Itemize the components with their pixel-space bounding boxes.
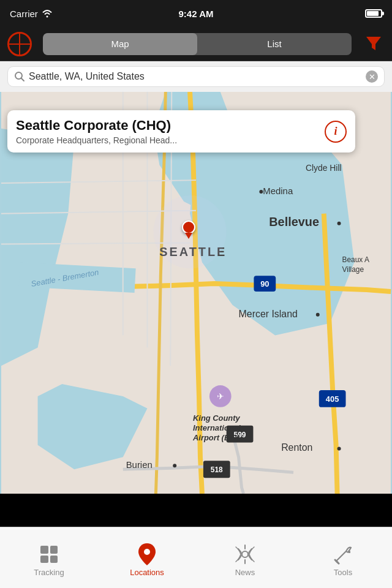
svg-point-47 (144, 549, 150, 555)
svg-line-2 (21, 78, 24, 81)
view-toggle: Map List (43, 33, 352, 55)
svg-text:Airport (BFI): Airport (BFI) (192, 433, 239, 442)
search-icon (14, 71, 25, 82)
map-view[interactable]: Seattle - Bremerton 90 405 599 518 Kirkl… (0, 92, 392, 494)
svg-text:90: 90 (260, 279, 269, 288)
filter-icon (365, 34, 382, 51)
svg-point-36 (316, 313, 320, 317)
svg-text:405: 405 (326, 394, 339, 404)
tools-icon (332, 543, 354, 565)
svg-text:Renton: Renton (281, 442, 312, 453)
svg-text:Beaux A: Beaux A (342, 255, 369, 264)
svg-point-48 (242, 551, 248, 557)
svg-text:Village: Village (342, 265, 364, 274)
filter-button[interactable] (363, 32, 385, 56)
app-logo[interactable] (7, 32, 32, 56)
svg-text:Clyde Hill: Clyde Hill (306, 163, 342, 173)
svg-text:Mercer Island: Mercer Island (239, 309, 298, 319)
status-bar: Carrier 9:42 AM (0, 0, 392, 27)
search-input[interactable] (29, 71, 362, 82)
svg-point-45 (337, 447, 341, 450)
svg-text:International: International (193, 423, 241, 432)
news-icon (234, 543, 256, 565)
svg-text:Bellevue: Bellevue (269, 215, 319, 228)
locations-icon (136, 543, 158, 565)
svg-text:518: 518 (211, 466, 223, 474)
tools-label: Tools (334, 568, 352, 577)
callout-subtitle: Corporate Headquarters, Regional Head... (16, 135, 318, 145)
map-pin[interactable] (182, 221, 195, 239)
tab-bar: Tracking Locations News (0, 527, 392, 588)
list-tab-button[interactable]: List (197, 33, 352, 55)
tab-tracking[interactable]: Tracking (0, 527, 98, 588)
callout-title: Seattle Corporate (CHQ) (16, 118, 318, 134)
svg-point-43 (173, 464, 176, 467)
locations-label: Locations (130, 568, 164, 577)
toolbar: Map List (0, 27, 392, 61)
news-label: News (235, 568, 255, 577)
svg-marker-0 (366, 37, 381, 50)
tracking-icon (38, 543, 60, 565)
search-bar: ✕ (0, 61, 392, 92)
svg-point-31 (337, 222, 341, 225)
carrier-label: Carrier (10, 9, 38, 19)
status-time: 9:42 AM (179, 9, 214, 19)
svg-text:Burien: Burien (126, 460, 153, 470)
callout-info-button[interactable]: i (325, 121, 347, 143)
wifi-icon (42, 9, 53, 18)
tracking-label: Tracking (34, 568, 64, 577)
tab-news[interactable]: News (196, 527, 294, 588)
svg-text:King County: King County (193, 413, 241, 423)
svg-point-28 (259, 190, 263, 194)
map-tab-button[interactable]: Map (43, 33, 197, 55)
tab-locations[interactable]: Locations (98, 527, 196, 588)
battery-icon (365, 9, 382, 18)
map-callout: Seattle Corporate (CHQ) Corporate Headqu… (7, 110, 355, 153)
search-clear-button[interactable]: ✕ (366, 70, 378, 83)
svg-text:✈: ✈ (217, 391, 224, 401)
tab-tools[interactable]: Tools (294, 527, 392, 588)
svg-text:Medina: Medina (263, 186, 293, 196)
